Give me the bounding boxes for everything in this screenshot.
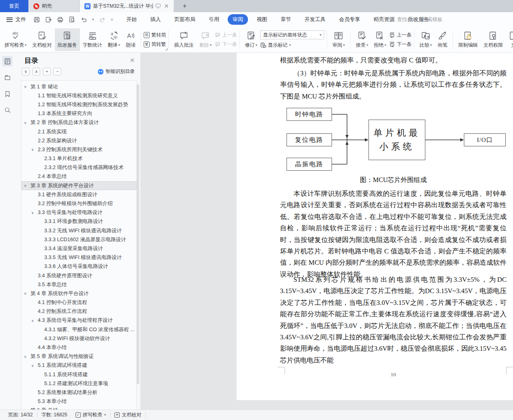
status-spellcheck-button[interactable]: ✓ 拼写检查 ▾ — [71, 411, 110, 418]
chapter-nav-icon[interactable] — [2, 72, 13, 83]
chevron-down-icon[interactable]: ∨ — [24, 355, 30, 359]
toc-item[interactable]: ∨4.1 控制中心开发流程 — [22, 298, 136, 307]
word-count-button[interactable]: 80 字数统计 — [80, 28, 105, 51]
next-comment-button[interactable]: 下一条 — [215, 41, 237, 48]
export-icon[interactable] — [45, 16, 52, 23]
toc-item[interactable]: ∨3.3.2 无线 WIFI 模块通讯电路设计 — [22, 226, 136, 235]
status-proofread-button[interactable]: ✕ 文档校对 — [110, 411, 145, 418]
toc-item[interactable]: ∨4.2 控制系统工作流程 — [22, 307, 136, 316]
toc-item[interactable]: ∨第 6 章 总结 — [22, 406, 136, 409]
menu-item[interactable]: 章节 — [276, 14, 296, 25]
expand-level-button[interactable]: + — [43, 68, 51, 75]
toc-item[interactable]: ∨2.1 系统实现 — [22, 127, 136, 136]
chevron-down-icon[interactable]: ∨ — [31, 319, 38, 323]
toc-item[interactable]: ∨第 1 章 绪论 — [22, 82, 136, 91]
toc-scrollbar[interactable] — [137, 84, 139, 384]
read-aloud-button[interactable]: A 朗读 — [123, 28, 138, 51]
toc-item[interactable]: ∨2.3 控制系统所用到关键技术 — [22, 145, 136, 154]
menu-item[interactable]: 引用 — [204, 14, 224, 25]
print-preview-icon[interactable] — [69, 16, 75, 23]
toc-item[interactable]: ∨3.2 控制中枢模块与外围辅助介绍 — [22, 199, 136, 208]
toc-item[interactable]: ∨3.3.1 环境参数测电路设计 — [22, 217, 136, 226]
toc-item[interactable]: ∨5.1.1 系统环境搭建 — [22, 370, 136, 379]
close-icon[interactable]: ✕ — [129, 57, 135, 64]
chevron-down-icon[interactable]: ∨ — [31, 364, 38, 368]
toc-item[interactable]: ∨5.1 系统调试环境搭建 — [22, 361, 136, 370]
command-search[interactable]: 查找命令、搜索模板 — [389, 12, 443, 27]
chevron-down-icon[interactable]: ∨ — [24, 85, 30, 89]
simp-to-trad-button[interactable]: 繁 简转繁 — [144, 41, 166, 48]
undo-icon[interactable] — [80, 16, 87, 23]
menu-item[interactable]: 视图 — [252, 14, 272, 25]
spellcheck-button[interactable]: abc 拼写检查▾ — [2, 28, 30, 51]
chevron-down-icon[interactable]: ∨ — [24, 291, 30, 296]
toc-item[interactable]: ∨1.2 智能无线环境检测控制系统发展趋势 — [22, 100, 136, 109]
new-tab-button[interactable]: + — [178, 0, 192, 12]
restrict-edit-button[interactable]: 限制编辑 — [455, 28, 481, 51]
chevron-down-icon[interactable]: ∨ — [24, 121, 30, 125]
smart-toc-button[interactable]: 智能识别目录 — [98, 68, 135, 75]
accept-change-button[interactable]: 接受▾ — [353, 28, 371, 51]
toc-item[interactable]: ∨2.3.1 单片机技术 — [22, 154, 136, 163]
brush-button[interactable]: 画笔 — [435, 28, 450, 51]
document-page[interactable]: 根据系统需要不能的频率，只需要改变电容 C 值即可。 （3）时钟单元：时钟单元是… — [237, 53, 513, 400]
menu-item[interactable]: 审阅 — [228, 14, 248, 25]
redo-icon[interactable] — [99, 16, 106, 23]
correction-service-button[interactable]: 批改服务 — [55, 28, 80, 51]
save-icon[interactable] — [33, 16, 40, 23]
toc-item[interactable]: ∨3.3.4 温湿度采集电路设计 — [22, 244, 136, 253]
toc-item[interactable]: ∨1.3 本系统主要研究方向 — [22, 109, 136, 118]
chevron-down-icon[interactable]: ∨ — [24, 184, 30, 188]
menu-item[interactable]: 页面布局 — [169, 14, 200, 25]
undo-dropdown-caret[interactable]: ▾ — [92, 18, 94, 21]
search-icon[interactable] — [2, 105, 13, 115]
close-tab-icon[interactable]: ✕ — [164, 3, 169, 9]
toc-item[interactable]: ∨3.5 本章总结 — [22, 280, 136, 289]
toc-item[interactable]: ∨5.2 系统整体测试结果分析 — [22, 388, 136, 397]
tab-home[interactable]: 首页 — [0, 0, 28, 12]
delete-comment-button[interactable]: 删除▾ — [196, 28, 215, 51]
toc-item[interactable]: ∨2.3.2 现代信号采集传感器网络技术 — [22, 163, 136, 172]
collapse-level-button[interactable]: − — [54, 68, 61, 75]
toc-item[interactable]: ∨2.4 本章总结 — [22, 172, 136, 181]
toc-item[interactable]: ∨3.3.6 人体信号采集电路设计 — [22, 262, 136, 271]
tab-document[interactable]: W 基于STM32无...统设计 毕业论文 ✕ — [80, 0, 174, 12]
document-canvas[interactable]: 根据系统需要不能的频率，只需要改变电容 C 值即可。 （3）时钟单元：时钟单元是… — [141, 53, 513, 409]
toc-item[interactable]: ∨3.3 信号采集与处理电路设计 — [22, 208, 136, 217]
toc-item[interactable]: ∨4.3 系统信号采集与处理程序设计 — [22, 316, 136, 325]
toc-item[interactable]: ∨3.3.3 LCD1602 液晶屏显示电路设计 — [22, 235, 136, 244]
status-word-count[interactable]: 字数: 16825 — [37, 411, 71, 418]
collapse-all-button[interactable]: ∧ — [32, 68, 40, 75]
toc-item[interactable]: ∨第 3 章 系统的硬件平台设计 — [22, 181, 136, 190]
toc-panel-icon[interactable] — [2, 56, 13, 66]
bookmark-icon[interactable] — [2, 88, 13, 99]
file-menu-button[interactable]: 文件 — [6, 16, 26, 23]
menu-item[interactable]: 开始 — [121, 14, 142, 25]
doc-permission-button[interactable]: 文档权限 — [481, 28, 506, 51]
expand-all-button[interactable]: ∨ — [22, 68, 30, 75]
toc-item[interactable]: ∨4.3.1 烟雾、甲醛和 CO 浓度传感器程 ... — [22, 325, 136, 334]
toc-item[interactable]: ∨第 2 章 控制系统总体方案设计 — [22, 118, 136, 127]
toc-item[interactable]: ∨第 4 章 系统软件平台设计 — [22, 289, 136, 298]
markup-state-dropdown[interactable]: 显示标记的最终状态▾ — [260, 30, 324, 39]
status-page-indicator[interactable]: 页面: 14/32 — [4, 411, 37, 418]
clipped-toolbar-button[interactable]: 文 — [506, 28, 513, 51]
proofread-button[interactable]: a- 文档校对 — [30, 28, 55, 51]
insert-comment-button[interactable]: 插入批注 — [171, 28, 196, 51]
trad-to-simp-button[interactable]: 简 繁转简 — [144, 32, 166, 39]
chevron-down-icon[interactable]: ∨ — [31, 148, 38, 152]
prev-comment-button[interactable]: 上一条 — [215, 32, 237, 39]
next-change-button[interactable]: 下一条 — [389, 41, 412, 48]
compare-button[interactable]: 比较▾ — [417, 28, 435, 51]
toc-item[interactable]: ∨1.1 智能无线环境检测系统研究意义 — [22, 91, 136, 100]
share-screen-icon[interactable] — [155, 4, 161, 9]
toc-item[interactable]: ∨5.1.2 搭建测试环境注意事项 — [22, 379, 136, 388]
review-panel-button[interactable]: 审阅▾ — [330, 28, 348, 51]
toc-item[interactable]: ∨3.4 系统硬件原理图设计 — [22, 271, 136, 280]
toc-item[interactable]: ∨4.3.2 WIFI 模块驱动软件设计 — [22, 334, 136, 343]
toc-item[interactable]: ∨2.2 系统架构设计 — [22, 136, 136, 145]
show-markup-button[interactable]: 显示标记▾ — [260, 42, 324, 49]
translate-button[interactable]: a中 翻译▾ — [105, 28, 123, 51]
tab-docer[interactable]: 稻壳 — [28, 0, 80, 12]
chevron-down-icon[interactable]: ∨ — [31, 211, 38, 215]
